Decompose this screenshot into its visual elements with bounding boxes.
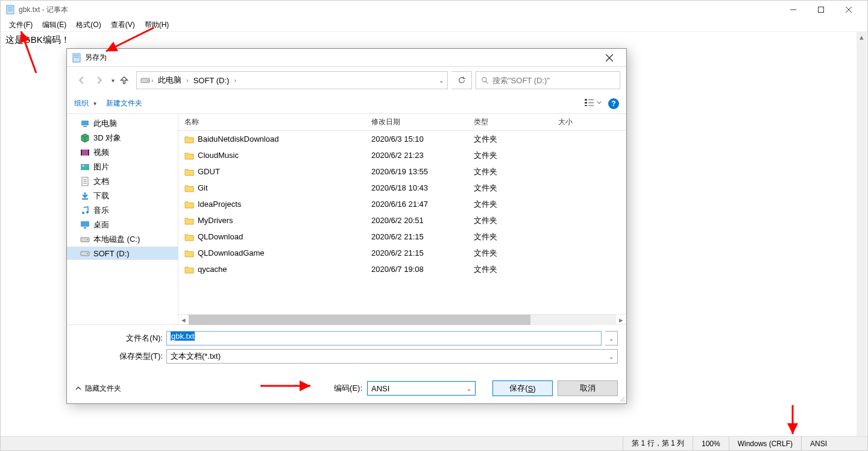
encoding-select[interactable]: ANSI ⌄ (367, 381, 476, 396)
col-date[interactable]: 修改日期 (365, 117, 468, 127)
nav-tree[interactable]: 此电脑3D 对象视频图片文档下载音乐桌面本地磁盘 (C:)SOFT (D:) (67, 114, 178, 324)
tree-item[interactable]: SOFT (D:) (67, 247, 178, 260)
file-date: 2020/6/7 19:08 (365, 265, 468, 274)
maximize-button[interactable] (807, 1, 835, 19)
view-options-button[interactable] (584, 98, 601, 109)
resize-grip-icon[interactable] (618, 395, 625, 402)
file-type: 文件夹 (468, 248, 552, 259)
file-type: 文件夹 (468, 134, 552, 145)
nav-history-dropdown[interactable]: ▾ (109, 77, 115, 84)
svg-point-15 (482, 77, 486, 81)
status-zoom: 100% (693, 437, 729, 450)
tree-item[interactable]: 音乐 (67, 203, 178, 218)
statusbar: 第 1 行，第 1 列 100% Windows (CRLF) ANSI (1, 436, 867, 450)
svg-point-14 (147, 80, 148, 81)
menu-file[interactable]: 文件(F) (4, 19, 37, 31)
svg-line-16 (486, 81, 488, 83)
file-date: 2020/6/16 21:47 (365, 200, 468, 209)
organize-button[interactable]: 组织 ▾ (74, 98, 96, 109)
breadcrumb-pc[interactable]: 此电脑 (154, 75, 185, 86)
minimize-button[interactable] (779, 1, 807, 19)
file-list[interactable]: BaiduNetdiskDownload2020/6/3 15:10文件夹Clo… (178, 131, 626, 314)
tree-item[interactable]: 本地磁盘 (C:) (67, 232, 178, 247)
savetype-label: 保存类型(T): (75, 351, 163, 362)
search-input[interactable] (492, 76, 615, 85)
hide-folders-button[interactable]: 隐藏文件夹 (75, 383, 121, 394)
nav-back-button[interactable] (73, 72, 90, 89)
file-name: MyDrivers (198, 216, 233, 225)
file-row[interactable]: CloudMusic2020/6/2 21:23文件夹 (178, 147, 626, 163)
toolbar: 组织 ▾ 新建文件夹 ? (67, 93, 626, 114)
dialog-title-text: 另存为 (85, 52, 107, 63)
file-name: qycache (198, 265, 227, 274)
file-date: 2020/6/19 13:55 (365, 167, 468, 176)
col-size[interactable]: 大小 (552, 117, 594, 127)
file-date: 2020/6/2 21:15 (365, 232, 468, 241)
tree-item[interactable]: 文档 (67, 174, 178, 189)
file-row[interactable]: QLDownloadGame2020/6/2 21:15文件夹 (178, 245, 626, 261)
svg-rect-23 (81, 121, 89, 125)
svg-line-45 (623, 400, 624, 402)
close-button[interactable] (835, 1, 863, 19)
savetype-select[interactable]: 文本文档(*.txt) ⌄ (166, 349, 618, 364)
menu-view[interactable]: 查看(V) (106, 19, 140, 31)
breadcrumb-dropdown[interactable]: ⌄ (436, 77, 444, 84)
chevron-down-icon: ⌄ (606, 353, 614, 360)
scroll-right-icon[interactable]: ▸ (616, 315, 626, 325)
chevron-down-icon: ⌄ (464, 385, 471, 392)
menu-format[interactable]: 格式(O) (71, 19, 105, 31)
tree-item[interactable]: 3D 对象 (67, 131, 178, 145)
tree-item-label: SOFT (D:) (93, 249, 130, 258)
file-row[interactable]: QLDownload2020/6/2 21:15文件夹 (178, 229, 626, 245)
breadcrumb[interactable]: › 此电脑 › SOFT (D:) › ⌄ (136, 71, 448, 89)
vertical-scrollbar[interactable]: ▴ (857, 32, 867, 436)
help-button[interactable]: ? (608, 98, 619, 109)
titlebar: gbk.txt - 记事本 (1, 1, 867, 19)
file-row[interactable]: qycache2020/6/7 19:08文件夹 (178, 261, 626, 277)
search-box[interactable] (476, 71, 620, 89)
file-row[interactable]: IdeaProjects2020/6/16 21:47文件夹 (178, 196, 626, 212)
tree-item[interactable]: 图片 (67, 160, 178, 174)
scroll-thumb[interactable] (189, 315, 530, 325)
status-encoding: ANSI (801, 437, 867, 450)
tree-item[interactable]: 此电脑 (67, 116, 178, 131)
scroll-left-icon[interactable]: ◂ (178, 315, 189, 325)
dialog-close-button[interactable] (597, 49, 621, 66)
file-name: QLDownload (198, 232, 243, 241)
tree-item[interactable]: 视频 (67, 145, 178, 160)
horizontal-scrollbar[interactable]: ◂ ▸ (178, 314, 626, 324)
col-name[interactable]: 名称 (178, 117, 365, 127)
filename-dropdown[interactable]: ⌄ (605, 331, 618, 345)
tree-item[interactable]: 桌面 (67, 218, 178, 232)
file-row[interactable]: BaiduNetdiskDownload2020/6/3 15:10文件夹 (178, 131, 626, 147)
tree-item-label: 视频 (93, 147, 109, 158)
content-text: 这是GBK编码！ (5, 34, 70, 45)
svg-point-36 (86, 211, 89, 213)
file-type: 文件夹 (468, 150, 552, 161)
file-pane: 名称 修改日期 类型 大小 BaiduNetdiskDownload2020/6… (178, 114, 626, 324)
tree-item[interactable]: 下载 (67, 189, 178, 203)
file-row[interactable]: GDUT2020/6/19 13:55文件夹 (178, 163, 626, 180)
cancel-button[interactable]: 取消 (558, 380, 618, 396)
encoding-label: 编码(E): (334, 383, 362, 394)
svg-point-40 (87, 239, 88, 241)
breadcrumb-drive[interactable]: SOFT (D:) (190, 76, 233, 85)
tree-item-label: 此电脑 (93, 118, 117, 129)
new-folder-button[interactable]: 新建文件夹 (106, 98, 142, 109)
save-button[interactable]: 保存(S) (492, 380, 553, 396)
column-headers[interactable]: 名称 修改日期 类型 大小 (178, 114, 626, 131)
file-type: 文件夹 (468, 215, 552, 226)
file-name: GDUT (198, 167, 220, 176)
file-row[interactable]: MyDrivers2020/6/2 20:51文件夹 (178, 212, 626, 229)
menu-edit[interactable]: 编辑(E) (37, 19, 71, 31)
filename-input[interactable]: gbk.txt (166, 331, 602, 345)
file-row[interactable]: Git2020/6/18 10:43文件夹 (178, 180, 626, 196)
col-type[interactable]: 类型 (468, 117, 552, 127)
menu-help[interactable]: 帮助(H) (140, 19, 174, 31)
scroll-up-icon[interactable]: ▴ (857, 32, 867, 42)
nav-up-button[interactable] (116, 72, 133, 89)
nav-forward-button[interactable] (91, 72, 108, 89)
svg-rect-38 (84, 227, 86, 229)
refresh-button[interactable] (451, 71, 472, 89)
filename-label: 文件名(N): (75, 333, 163, 344)
